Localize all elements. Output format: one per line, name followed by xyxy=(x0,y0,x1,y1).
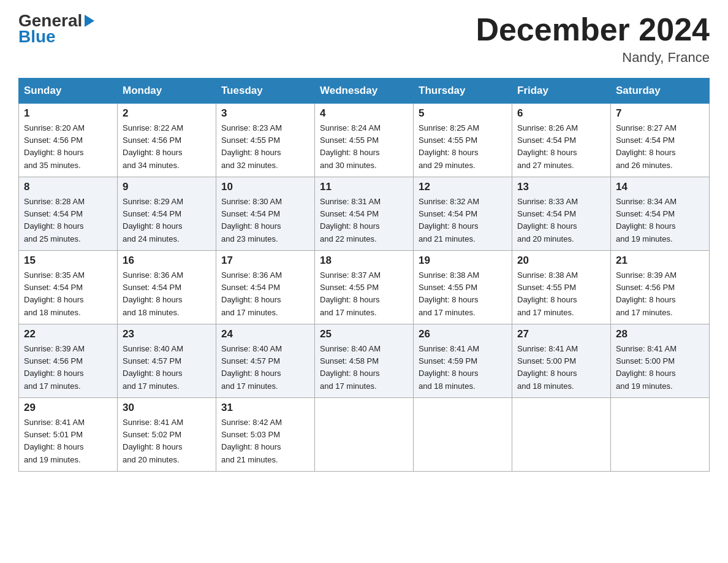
day-info: Sunrise: 8:27 AMSunset: 4:54 PMDaylight:… xyxy=(616,122,704,172)
day-number: 12 xyxy=(419,181,507,193)
calendar-cell xyxy=(315,398,414,472)
day-number: 17 xyxy=(221,255,309,267)
logo-blue-text: Blue xyxy=(18,28,56,45)
col-header-wednesday: Wednesday xyxy=(315,79,414,104)
calendar-cell: 9Sunrise: 8:29 AMSunset: 4:54 PMDaylight… xyxy=(118,177,216,251)
day-number: 16 xyxy=(123,255,211,267)
calendar-cell: 20Sunrise: 8:38 AMSunset: 4:55 PMDayligh… xyxy=(512,251,611,324)
calendar-cell: 29Sunrise: 8:41 AMSunset: 5:01 PMDayligh… xyxy=(19,398,118,472)
day-info: Sunrise: 8:24 AMSunset: 4:55 PMDaylight:… xyxy=(320,122,408,172)
day-number: 22 xyxy=(24,328,112,340)
day-number: 28 xyxy=(616,328,704,340)
day-info: Sunrise: 8:38 AMSunset: 4:55 PMDaylight:… xyxy=(419,269,507,319)
calendar-cell: 17Sunrise: 8:36 AMSunset: 4:54 PMDayligh… xyxy=(216,251,315,324)
day-info: Sunrise: 8:34 AMSunset: 4:54 PMDaylight:… xyxy=(616,196,704,245)
day-number: 30 xyxy=(123,402,211,414)
day-number: 8 xyxy=(24,181,112,193)
day-number: 14 xyxy=(616,181,704,193)
calendar-cell: 31Sunrise: 8:42 AMSunset: 5:03 PMDayligh… xyxy=(216,398,315,472)
day-number: 20 xyxy=(517,255,605,267)
day-info: Sunrise: 8:31 AMSunset: 4:54 PMDaylight:… xyxy=(320,196,408,245)
day-number: 6 xyxy=(517,107,605,120)
calendar-cell: 10Sunrise: 8:30 AMSunset: 4:54 PMDayligh… xyxy=(216,177,315,251)
calendar-cell: 5Sunrise: 8:25 AMSunset: 4:55 PMDaylight… xyxy=(414,104,512,177)
day-info: Sunrise: 8:42 AMSunset: 5:03 PMDaylight:… xyxy=(221,416,309,466)
day-number: 18 xyxy=(320,255,408,267)
day-info: Sunrise: 8:35 AMSunset: 4:54 PMDaylight:… xyxy=(24,269,112,319)
day-info: Sunrise: 8:28 AMSunset: 4:54 PMDaylight:… xyxy=(24,196,112,245)
day-info: Sunrise: 8:22 AMSunset: 4:56 PMDaylight:… xyxy=(123,122,211,172)
title-area: December 2024 Nandy, France xyxy=(476,12,710,66)
calendar-cell: 8Sunrise: 8:28 AMSunset: 4:54 PMDaylight… xyxy=(19,177,118,251)
day-info: Sunrise: 8:26 AMSunset: 4:54 PMDaylight:… xyxy=(517,122,605,172)
day-number: 3 xyxy=(221,107,309,120)
day-info: Sunrise: 8:41 AMSunset: 5:00 PMDaylight:… xyxy=(517,343,605,393)
day-number: 25 xyxy=(320,328,408,340)
day-info: Sunrise: 8:23 AMSunset: 4:55 PMDaylight:… xyxy=(221,122,309,172)
col-header-tuesday: Tuesday xyxy=(216,79,315,104)
calendar-cell: 11Sunrise: 8:31 AMSunset: 4:54 PMDayligh… xyxy=(315,177,414,251)
day-number: 26 xyxy=(419,328,507,340)
day-info: Sunrise: 8:41 AMSunset: 4:59 PMDaylight:… xyxy=(419,343,507,393)
day-info: Sunrise: 8:33 AMSunset: 4:54 PMDaylight:… xyxy=(517,196,605,245)
calendar-cell: 15Sunrise: 8:35 AMSunset: 4:54 PMDayligh… xyxy=(19,251,118,324)
day-number: 21 xyxy=(616,255,704,267)
day-info: Sunrise: 8:41 AMSunset: 5:00 PMDaylight:… xyxy=(616,343,704,393)
calendar-cell: 2Sunrise: 8:22 AMSunset: 4:56 PMDaylight… xyxy=(118,104,216,177)
day-info: Sunrise: 8:38 AMSunset: 4:55 PMDaylight:… xyxy=(517,269,605,319)
calendar-cell: 24Sunrise: 8:40 AMSunset: 4:57 PMDayligh… xyxy=(216,324,315,398)
calendar-cell: 18Sunrise: 8:37 AMSunset: 4:55 PMDayligh… xyxy=(315,251,414,324)
day-number: 13 xyxy=(517,181,605,193)
day-number: 19 xyxy=(419,255,507,267)
calendar-cell: 23Sunrise: 8:40 AMSunset: 4:57 PMDayligh… xyxy=(118,324,216,398)
col-header-monday: Monday xyxy=(118,79,216,104)
day-number: 29 xyxy=(24,402,112,414)
calendar-cell: 14Sunrise: 8:34 AMSunset: 4:54 PMDayligh… xyxy=(611,177,710,251)
day-info: Sunrise: 8:40 AMSunset: 4:58 PMDaylight:… xyxy=(320,343,408,393)
calendar-cell: 25Sunrise: 8:40 AMSunset: 4:58 PMDayligh… xyxy=(315,324,414,398)
day-info: Sunrise: 8:20 AMSunset: 4:56 PMDaylight:… xyxy=(24,122,112,172)
day-info: Sunrise: 8:39 AMSunset: 4:56 PMDaylight:… xyxy=(616,269,704,319)
calendar-cell: 26Sunrise: 8:41 AMSunset: 4:59 PMDayligh… xyxy=(414,324,512,398)
calendar-cell: 1Sunrise: 8:20 AMSunset: 4:56 PMDaylight… xyxy=(19,104,118,177)
calendar-cell: 16Sunrise: 8:36 AMSunset: 4:54 PMDayligh… xyxy=(118,251,216,324)
calendar-week-row: 22Sunrise: 8:39 AMSunset: 4:56 PMDayligh… xyxy=(19,324,710,398)
calendar-week-row: 1Sunrise: 8:20 AMSunset: 4:56 PMDaylight… xyxy=(19,104,710,177)
calendar-cell: 4Sunrise: 8:24 AMSunset: 4:55 PMDaylight… xyxy=(315,104,414,177)
calendar-cell: 6Sunrise: 8:26 AMSunset: 4:54 PMDaylight… xyxy=(512,104,611,177)
day-number: 23 xyxy=(123,328,211,340)
day-number: 11 xyxy=(320,181,408,193)
calendar-cell: 28Sunrise: 8:41 AMSunset: 5:00 PMDayligh… xyxy=(611,324,710,398)
calendar-cell: 13Sunrise: 8:33 AMSunset: 4:54 PMDayligh… xyxy=(512,177,611,251)
logo: General Blue xyxy=(18,12,94,45)
day-number: 4 xyxy=(320,107,408,120)
calendar-header-row: SundayMondayTuesdayWednesdayThursdayFrid… xyxy=(19,79,710,104)
calendar-cell: 19Sunrise: 8:38 AMSunset: 4:55 PMDayligh… xyxy=(414,251,512,324)
day-info: Sunrise: 8:25 AMSunset: 4:55 PMDaylight:… xyxy=(419,122,507,172)
day-info: Sunrise: 8:41 AMSunset: 5:01 PMDaylight:… xyxy=(24,416,112,466)
page-header: General Blue December 2024 Nandy, France xyxy=(18,12,710,66)
col-header-sunday: Sunday xyxy=(19,79,118,104)
day-info: Sunrise: 8:36 AMSunset: 4:54 PMDaylight:… xyxy=(123,269,211,319)
calendar-cell: 12Sunrise: 8:32 AMSunset: 4:54 PMDayligh… xyxy=(414,177,512,251)
day-number: 5 xyxy=(419,107,507,120)
col-header-friday: Friday xyxy=(512,79,611,104)
day-info: Sunrise: 8:39 AMSunset: 4:56 PMDaylight:… xyxy=(24,343,112,393)
day-number: 31 xyxy=(221,402,309,414)
day-number: 7 xyxy=(616,107,704,120)
calendar-cell: 22Sunrise: 8:39 AMSunset: 4:56 PMDayligh… xyxy=(19,324,118,398)
day-number: 2 xyxy=(123,107,211,120)
day-info: Sunrise: 8:32 AMSunset: 4:54 PMDaylight:… xyxy=(419,196,507,245)
day-number: 27 xyxy=(517,328,605,340)
day-number: 1 xyxy=(24,107,112,120)
col-header-saturday: Saturday xyxy=(611,79,710,104)
calendar-cell: 3Sunrise: 8:23 AMSunset: 4:55 PMDaylight… xyxy=(216,104,315,177)
location-text: Nandy, France xyxy=(476,50,710,66)
day-info: Sunrise: 8:29 AMSunset: 4:54 PMDaylight:… xyxy=(123,196,211,245)
day-number: 24 xyxy=(221,328,309,340)
calendar-week-row: 15Sunrise: 8:35 AMSunset: 4:54 PMDayligh… xyxy=(19,251,710,324)
calendar-cell: 30Sunrise: 8:41 AMSunset: 5:02 PMDayligh… xyxy=(118,398,216,472)
month-title: December 2024 xyxy=(476,12,710,47)
calendar-cell xyxy=(512,398,611,472)
calendar-cell xyxy=(414,398,512,472)
